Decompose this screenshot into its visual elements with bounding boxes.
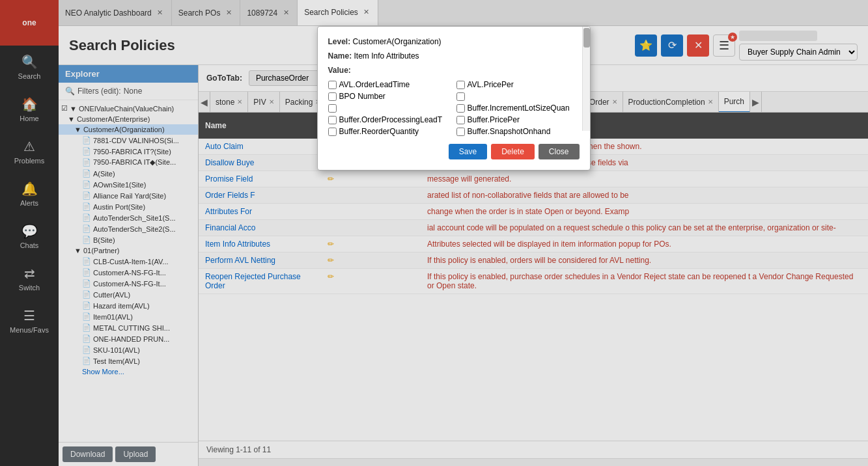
tree-item-org[interactable]: ▼ CustomerA(Organization) [59, 124, 198, 135]
table-row: Financial Acco ial account code will be … [199, 220, 868, 236]
upload-button[interactable]: Upload [115, 446, 156, 462]
edit-icon[interactable]: ✏ [328, 272, 334, 281]
inner-tab-purch[interactable]: Purch [719, 92, 750, 113]
popup-delete-button[interactable]: Delete [491, 144, 535, 159]
tree-label: 7950-FABRICA IT◆(Site... [93, 158, 176, 167]
sidebar: one 🔍 Search 🏠 Home ⚠ Problems 🔔 Alerts … [0, 0, 59, 466]
row-reopen-link[interactable]: Reopen Rejected Purchase Order [205, 272, 301, 290]
tree-item[interactable]: 📄 Hazard item(AVL) [59, 300, 198, 311]
tree-item[interactable]: 📄 CLB-CustA-Item-1(AV... [59, 256, 198, 267]
inner-tab-piv[interactable]: PIV ✕ [248, 92, 279, 113]
tree-label: 7881-CDV VALINHOS(Si... [93, 137, 179, 144]
checkbox-bpo-number-input[interactable] [328, 92, 337, 101]
inner-tab-stone-close[interactable]: ✕ [237, 98, 242, 105]
sidebar-item-alerts[interactable]: 🔔 Alerts [0, 172, 59, 215]
tree-item[interactable]: 📄 AutoTenderSch_Site1(S... [59, 212, 198, 223]
tree-item-partner[interactable]: ▼ 01(Partner) [59, 245, 198, 256]
tab-neo[interactable]: NEO Analytic Dashboard ✕ [59, 0, 172, 26]
tree-item[interactable]: 📄 Item01(AVL) [59, 311, 198, 322]
checkbox-avl-order-lead-time-input[interactable] [328, 81, 337, 89]
tree-item[interactable]: 📄 METAL CUTTING SHI... [59, 322, 198, 333]
inner-tab-production-completion-close[interactable]: ✕ [708, 98, 713, 105]
row-name-link[interactable]: Auto Claim [205, 142, 244, 151]
tab-search-policies[interactable]: Search Policies ✕ [298, 0, 378, 26]
inner-tab-piv-close[interactable]: ✕ [269, 98, 274, 105]
sidebar-item-home[interactable]: 🏠 Home [0, 88, 59, 130]
tree-item[interactable]: 📄 Cutter(AVL) [59, 289, 198, 300]
sidebar-item-chats[interactable]: 💬 Chats [0, 215, 59, 257]
sidebar-item-menus[interactable]: ☰ Menus/Favs [0, 299, 59, 342]
popup-save-button[interactable]: Save [449, 144, 487, 159]
checkbox-buffer-increment-input[interactable] [456, 104, 465, 113]
favorites-button[interactable]: ⭐ [635, 34, 657, 57]
row-name-link[interactable]: Promise Field [205, 174, 253, 184]
tree-label: Item01(AVL) [93, 313, 133, 321]
tree-item[interactable]: ▼ CustomerA(Enterprise) [59, 114, 198, 124]
tree-item[interactable]: 📄 A(Site) [59, 168, 198, 179]
tab-search-pos[interactable]: Search POs ✕ [172, 0, 241, 26]
doc-icon: 📄 [82, 257, 91, 266]
sidebar-item-problems[interactable]: ⚠ Problems [0, 130, 59, 172]
row-name-link[interactable]: Financial Acco [205, 223, 255, 232]
tree-item-show-more[interactable]: Show More... [59, 366, 198, 377]
checkbox-empty-1-input[interactable] [456, 92, 465, 101]
checkbox-empty-2-input[interactable] [328, 104, 337, 113]
tab-1089724-close[interactable]: ✕ [281, 8, 290, 18]
inner-tab-production-order-close[interactable]: ✕ [612, 98, 617, 105]
refresh-button[interactable]: ⟳ [661, 34, 683, 57]
edit-icon[interactable]: ✏ [328, 174, 334, 184]
user-role-select[interactable]: Buyer Supply Chain Admin [739, 44, 858, 61]
row-name-link[interactable]: Disallow Buye [205, 158, 254, 167]
checkbox-buffer-snapshot-input[interactable] [456, 128, 465, 136]
app-logo[interactable]: one [0, 0, 59, 46]
checkbox-buffer-price-per: Buffer.PricePer [456, 115, 580, 124]
sidebar-item-search[interactable]: 🔍 Search [0, 46, 59, 88]
edit-icon[interactable]: ✏ [328, 256, 334, 265]
checkbox-avl-price-per-input[interactable] [456, 81, 465, 89]
tree-item[interactable]: 📄 ONE-HANDED PRUN... [59, 333, 198, 344]
tab-search-pos-close[interactable]: ✕ [224, 8, 233, 18]
tree-item[interactable]: 📄 B(Site) [59, 234, 198, 245]
tree-item[interactable]: 📄 AutoTenderSch_Site2(S... [59, 223, 198, 234]
checkbox-buffer-price-per-input[interactable] [456, 116, 465, 124]
sidebar-item-switch[interactable]: ⇄ Switch [0, 257, 59, 299]
inner-tab-stone[interactable]: stone ✕ [210, 92, 248, 113]
tree-label: 01(Partner) [83, 247, 120, 254]
tree-label: Hazard item(AVL) [93, 302, 150, 310]
table-row: Perform AVL Netting ✏ If this policy is … [199, 253, 868, 269]
tree-item[interactable]: 📄 AOwnSite1(Site) [59, 179, 198, 190]
tree-item[interactable]: 📄 7950-FABRICA IT?(Site) [59, 146, 198, 157]
inner-tab-production-completion[interactable]: ProductionCompletion ✕ [623, 92, 719, 113]
tab-1089724[interactable]: 1089724 ✕ [240, 0, 298, 26]
menu-button[interactable]: ☰ ★ [713, 34, 735, 57]
checkbox-buffer-reorder-input[interactable] [328, 128, 337, 136]
doc-icon: 📄 [82, 202, 91, 211]
checkbox-bpo-number: BPO Number [328, 92, 451, 101]
download-button[interactable]: Download [63, 446, 113, 462]
edit-icon[interactable]: ✏ [328, 240, 334, 249]
tree-item[interactable]: 📄 Alliance Rail Yard(Site) [59, 190, 198, 201]
popup-scrollbar[interactable] [582, 65, 590, 131]
tab-neo-close[interactable]: ✕ [156, 8, 165, 18]
checkbox-buffer-order-processing-input[interactable] [328, 116, 337, 124]
tree-item[interactable]: 📄 SKU-101(AVL) [59, 344, 198, 355]
row-item-info-link[interactable]: Item Info Attributes [205, 240, 270, 249]
tree-item[interactable]: 📄 7950-FABRICA IT◆(Site... [59, 157, 198, 168]
tabs-left-arrow[interactable]: ◀ [199, 92, 210, 113]
tabs-right-arrow[interactable]: ▶ [750, 92, 762, 113]
tree-item[interactable]: 📄 Austin Port(Site) [59, 201, 198, 212]
popup-close-button[interactable]: Close [539, 144, 580, 159]
horizontal-scrollbar[interactable] [199, 458, 868, 466]
tree-item[interactable]: 📄 7881-CDV VALINHOS(Si... [59, 135, 198, 146]
tree-item[interactable]: 📄 Test Item(AVL) [59, 355, 198, 366]
row-avl-netting-link[interactable]: Perform AVL Netting [205, 256, 275, 265]
row-name-link[interactable]: Attributes For [205, 207, 252, 216]
content-area: Explorer 🔍 Filters (edit): None ☑ ▼ ONEI… [59, 65, 868, 466]
tree-item[interactable]: 📄 CustomerA-NS-FG-It... [59, 278, 198, 289]
row-name-link[interactable]: Order Fields F [205, 191, 255, 200]
tree-item[interactable]: 📄 CustomerA-NS-FG-It... [59, 267, 198, 278]
tab-search-policies-close[interactable]: ✕ [362, 8, 371, 17]
tree-item[interactable]: ☑ ▼ ONEIValueChain(ValueChain) [59, 103, 198, 114]
close-page-button[interactable]: ✕ [687, 34, 709, 57]
main-area: NEO Analytic Dashboard ✕ Search POs ✕ 10… [59, 0, 868, 466]
